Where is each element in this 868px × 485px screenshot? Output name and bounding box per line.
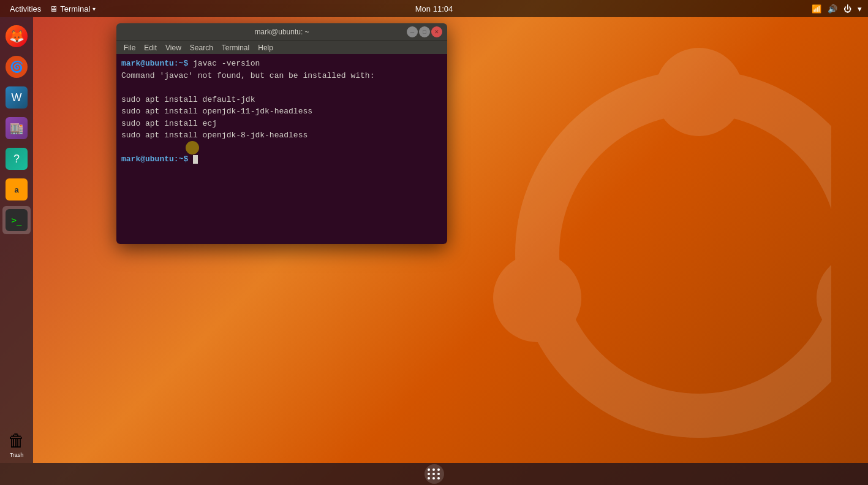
topbar-clock: Mon 11:04 bbox=[415, 4, 453, 13]
sound-icon[interactable]: 🔊 bbox=[828, 4, 837, 13]
dock-item-terminal[interactable]: >_ bbox=[2, 206, 31, 234]
topbar-app-name: 🖥 Terminal ▾ bbox=[50, 4, 96, 13]
trash-label: Trash bbox=[10, 452, 24, 458]
topbar-left: Activities 🖥 Terminal ▾ bbox=[6, 4, 96, 13]
terminal-line-2: Command 'javac' not found, but can be in… bbox=[121, 70, 442, 82]
terminal-line-6: sudo apt install ecj bbox=[121, 118, 442, 130]
terminal-prompt-1: mark@ubuntu:~$ bbox=[121, 59, 188, 68]
network-icon[interactable]: 📶 bbox=[812, 4, 821, 13]
dock-item-help[interactable]: ? bbox=[2, 145, 31, 173]
trash-icon: 🗑 bbox=[8, 430, 25, 451]
grid-icon bbox=[428, 468, 440, 479]
show-applications-button[interactable] bbox=[425, 464, 444, 484]
bottombar bbox=[0, 463, 868, 485]
topbar: Activities 🖥 Terminal ▾ Mon 11:04 📶 🔊 ⏻ … bbox=[0, 0, 868, 17]
menu-file[interactable]: File bbox=[120, 44, 139, 52]
terminal-window: mark@ubuntu: ~ ─ □ ✕ File Edit View Sear… bbox=[116, 23, 447, 244]
terminal-line-3 bbox=[121, 82, 442, 94]
dock-item-firefox[interactable]: 🦊 bbox=[2, 22, 31, 50]
dock-item-amazon[interactable]: a bbox=[2, 175, 31, 204]
terminal-output-4: sudo apt install default-jdk bbox=[121, 95, 255, 104]
firefox-icon: 🦊 bbox=[6, 25, 28, 47]
terminal-line-9: mark@ubuntu:~$ bbox=[121, 153, 442, 166]
terminal-icon-small: 🖥 bbox=[50, 4, 58, 13]
appstore-icon: 🏬 bbox=[6, 117, 28, 139]
menu-help[interactable]: Help bbox=[254, 44, 277, 52]
dock-item-libreoffice-writer[interactable]: W bbox=[2, 83, 31, 112]
terminal-output-6: sudo apt install ecj bbox=[121, 119, 217, 128]
terminal-output-7: sudo apt install openjdk-8-jdk-headless bbox=[121, 131, 308, 140]
terminal-line-7: sudo apt install openjdk-8-jdk-headless bbox=[121, 129, 442, 142]
terminal-cursor bbox=[193, 155, 198, 164]
terminal-menubar: File Edit View Search Terminal Help bbox=[116, 40, 447, 54]
terminal-line-8 bbox=[121, 142, 442, 154]
menu-search[interactable]: Search bbox=[186, 44, 217, 52]
ubuntu-software-icon: 🌀 bbox=[6, 56, 28, 78]
terminal-line-5: sudo apt install openjdk-11-jdk-headless bbox=[121, 105, 442, 118]
close-button[interactable]: ✕ bbox=[431, 26, 442, 37]
dock-item-ubuntu-software[interactable]: 🌀 bbox=[2, 53, 31, 81]
libreoffice-writer-icon: W bbox=[6, 86, 28, 109]
help-icon: ? bbox=[6, 148, 28, 170]
terminal-icon: >_ bbox=[6, 209, 28, 231]
menu-view[interactable]: View bbox=[162, 44, 185, 52]
system-menu-arrow[interactable]: ▾ bbox=[858, 4, 862, 13]
svg-point-3 bbox=[817, 254, 831, 342]
chevron-down-icon[interactable]: ▾ bbox=[92, 6, 96, 12]
terminal-line-1: mark@ubuntu:~$ javac -version bbox=[121, 58, 442, 70]
svg-point-0 bbox=[537, 92, 831, 416]
terminal-body[interactable]: mark@ubuntu:~$ javac -version Command 'j… bbox=[116, 54, 447, 244]
svg-point-1 bbox=[655, 48, 743, 136]
activities-button[interactable]: Activities bbox=[6, 4, 45, 13]
menu-edit[interactable]: Edit bbox=[140, 44, 160, 52]
menu-terminal[interactable]: Terminal bbox=[218, 44, 253, 52]
power-icon[interactable]: ⏻ bbox=[843, 4, 851, 13]
terminal-title: mark@ubuntu: ~ bbox=[254, 28, 309, 36]
amazon-icon: a bbox=[6, 178, 28, 200]
terminal-output-2: Command 'javac' not found, but can be in… bbox=[121, 71, 374, 80]
dock-item-appstore[interactable]: 🏬 bbox=[2, 114, 31, 142]
svg-point-2 bbox=[493, 254, 581, 342]
topbar-right: 📶 🔊 ⏻ ▾ bbox=[812, 4, 862, 13]
window-controls: ─ □ ✕ bbox=[407, 26, 442, 37]
terminal-prompt-9: mark@ubuntu:~$ bbox=[121, 155, 188, 164]
terminal-titlebar: mark@ubuntu: ~ ─ □ ✕ bbox=[116, 23, 447, 40]
terminal-line-4: sudo apt install default-jdk bbox=[121, 94, 442, 106]
dock-item-trash[interactable]: 🗑 Trash bbox=[2, 430, 31, 458]
dock: 🦊 🌀 W 🏬 ? a >_ 🗑 Trash bbox=[0, 17, 33, 463]
terminal-command-1: javac -version bbox=[193, 59, 260, 68]
minimize-button[interactable]: ─ bbox=[407, 26, 418, 37]
terminal-output-5: sudo apt install openjdk-11-jdk-headless bbox=[121, 107, 312, 116]
maximize-button[interactable]: □ bbox=[419, 26, 430, 37]
